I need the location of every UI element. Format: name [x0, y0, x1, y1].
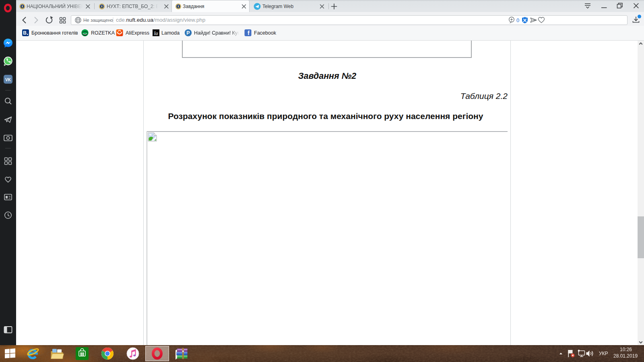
- svg-text:f: f: [248, 30, 250, 36]
- svg-text:P: P: [186, 30, 190, 36]
- svg-text:B: B: [23, 30, 27, 36]
- svg-text:la: la: [154, 30, 158, 36]
- svg-text:VK: VK: [5, 78, 11, 82]
